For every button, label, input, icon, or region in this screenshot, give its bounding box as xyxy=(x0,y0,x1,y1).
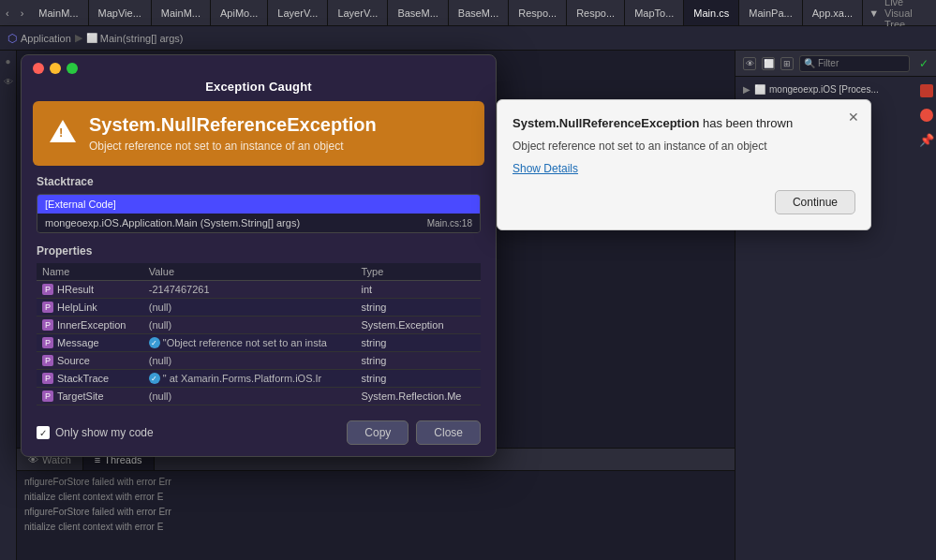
prop-icon-source: P xyxy=(42,355,53,366)
minimize-window-button[interactable] xyxy=(50,63,61,74)
breadcrumb-app[interactable]: Application xyxy=(21,33,71,44)
window-icon: ⬜ xyxy=(754,84,765,95)
tab-overflow[interactable]: ▼ xyxy=(863,7,884,19)
pin-icon[interactable]: 📌 xyxy=(920,133,933,146)
only-show-label-text: Only show my code xyxy=(55,426,154,439)
prop-row-helplink[interactable]: PHelpLink (null) string xyxy=(37,299,481,317)
prop-row-message[interactable]: PMessage ✓"Object reference not set to a… xyxy=(37,334,481,352)
popup-close-button[interactable]: ✕ xyxy=(846,110,861,125)
prop-type-innerexc: System.Exception xyxy=(361,319,443,331)
bottom-panel: 👁 Watch ≡ Threads nfigureForStore failed… xyxy=(17,448,735,560)
close-button[interactable]: Close xyxy=(416,420,481,445)
stacktrace-row-main[interactable]: mongeoexp.iOS.Application.Main (System.S… xyxy=(37,214,480,232)
log-line-2: nitialize client context with error E xyxy=(24,490,727,505)
prop-type-helplink: string xyxy=(361,302,386,313)
tab-apimo[interactable]: ApiMo... xyxy=(211,0,268,25)
prop-type-message: string xyxy=(361,337,386,348)
prop-name-hresult: HResult xyxy=(57,284,94,295)
exception-info: System.NullReferenceException Object ref… xyxy=(89,114,377,153)
exception-dialog: Exception Caught System.NullReferenceExc… xyxy=(21,54,497,457)
prop-icon-stacktrace: P xyxy=(42,373,53,384)
prop-val-stacktrace: " at Xamarin.Forms.Platform.iOS.Ir xyxy=(163,373,322,384)
bottom-log-content: nfigureForStore failed with error Err ni… xyxy=(17,471,735,538)
prop-row-targetsite[interactable]: PTargetSite (null) System.Reflection.Me xyxy=(37,388,481,405)
tab-mapto[interactable]: MapTo... xyxy=(625,0,684,25)
prop-val-helplink: (null) xyxy=(149,302,171,313)
tab-main-cs[interactable]: Main.cs xyxy=(684,0,739,25)
prop-val-source: (null) xyxy=(149,355,171,366)
prop-icon-hresult: P xyxy=(42,284,53,295)
popup-title: System.NullReferenceException has been t… xyxy=(513,115,855,132)
prop-icon-targetsite: P xyxy=(42,391,53,402)
tab-layerv-1[interactable]: LayerV... xyxy=(268,0,328,25)
tab-mainpa[interactable]: MainPa... xyxy=(739,0,802,25)
tab-layerv-2[interactable]: LayerV... xyxy=(328,0,388,25)
tree-item-label: mongeoexp.iOS [Proces... xyxy=(769,84,879,95)
prop-row-hresult[interactable]: PHResult -2147467261 int xyxy=(37,281,481,299)
exception-desc: Object reference not set to an instance … xyxy=(89,140,377,153)
tab-basem-1[interactable]: BaseM... xyxy=(388,0,448,25)
layout-icon[interactable]: ⬜ xyxy=(762,57,775,70)
right-panel-header: 👁 ⬜ ⊞ 🔍 Filter ✓ xyxy=(735,51,936,77)
stacktrace-external-code: [External Code] xyxy=(45,199,472,210)
prop-row-innerexc[interactable]: PInnerException (null) System.Exception xyxy=(37,317,481,334)
right-panel-body: ▶ ⬜ mongeoexp.iOS [Proces... xyxy=(735,77,936,102)
continue-button[interactable]: Continue xyxy=(775,190,855,214)
prop-icon-innerexc: P xyxy=(42,319,53,331)
popup-subtitle: Object reference not set to an instance … xyxy=(513,140,855,153)
prop-type-stacktrace: string xyxy=(361,373,386,384)
exception-header: System.NullReferenceException Object ref… xyxy=(33,101,484,166)
log-line-4: nitialize client context with error E xyxy=(24,520,727,535)
eye-icon[interactable]: 👁 xyxy=(743,57,756,70)
prop-val-innerexc: (null) xyxy=(149,319,171,331)
expand-arrow-icon: ▶ xyxy=(743,84,750,95)
stacktrace-main-text: mongeoexp.iOS.Application.Main (System.S… xyxy=(45,217,427,228)
dialog-title: Exception Caught xyxy=(22,78,496,101)
only-show-my-code-label[interactable]: ✓ Only show my code xyxy=(37,426,339,439)
red-square-icon xyxy=(920,84,933,97)
tab-mapvie[interactable]: MapVie... xyxy=(89,0,152,25)
stacktrace-row-external[interactable]: [External Code] xyxy=(37,195,480,214)
show-details-link[interactable]: Show Details xyxy=(513,162,855,175)
breadcrumb-method: ⬜ Main(string[] args) xyxy=(86,33,184,44)
grid-icon[interactable]: ⊞ xyxy=(780,57,794,70)
properties-section: Properties Name Value Type PHResult -214… xyxy=(22,239,496,413)
maximize-window-button[interactable] xyxy=(67,63,78,74)
tab-mainm-2[interactable]: MainM... xyxy=(152,0,211,25)
log-line-1: nfigureForStore failed with error Err xyxy=(24,475,727,490)
prop-name-innerexc: InnerException xyxy=(57,319,126,331)
filter-placeholder: Filter xyxy=(818,58,839,68)
breadcrumb-icon: ⬡ xyxy=(7,32,17,45)
tab-basem-2[interactable]: BaseM... xyxy=(449,0,509,25)
only-show-checkbox[interactable]: ✓ xyxy=(37,426,50,439)
stacktrace-section: Stacktrace [External Code] mongeoexp.iOS… xyxy=(22,166,496,239)
left-sidebar: ● 👁 xyxy=(0,51,17,560)
tab-nav-forward[interactable]: › xyxy=(15,0,30,25)
sidebar-watch-icon[interactable]: 👁 xyxy=(2,75,15,88)
prop-name-stacktrace: StackTrace xyxy=(57,373,109,384)
exception-type: System.NullReferenceException xyxy=(89,114,377,136)
popup-title-bold: System.NullReferenceException xyxy=(513,116,699,130)
tab-nav-back[interactable]: ‹ xyxy=(0,0,15,25)
right-panel-search[interactable]: 🔍 Filter xyxy=(799,55,910,72)
properties-wrapper: Name Value Type PHResult -2147467261 int… xyxy=(37,263,481,405)
col-name: Name xyxy=(37,263,143,281)
prop-row-stacktrace[interactable]: PStackTrace ✓" at Xamarin.Forms.Platform… xyxy=(37,370,481,388)
popup-footer: Continue xyxy=(513,190,855,214)
copy-button[interactable]: Copy xyxy=(347,420,409,445)
prop-name-targetsite: TargetSite xyxy=(57,391,104,402)
stacktrace-main-loc: Main.cs:18 xyxy=(427,218,472,228)
prop-name-source: Source xyxy=(57,355,90,366)
tab-appxa[interactable]: App.xa... xyxy=(803,0,863,25)
tab-respo-2[interactable]: Respo... xyxy=(567,0,625,25)
sidebar-breakpoint-icon[interactable]: ● xyxy=(2,54,15,67)
prop-check-message: ✓ xyxy=(149,337,160,348)
prop-row-source[interactable]: PSource (null) string xyxy=(37,352,481,370)
tab-bar: ‹ › MainM... MapVie... MainM... ApiMo...… xyxy=(0,0,936,26)
prop-check-stacktrace: ✓ xyxy=(149,373,160,384)
tab-respo-1[interactable]: Respo... xyxy=(509,0,567,25)
close-window-button[interactable] xyxy=(33,63,44,74)
tab-mainm-1[interactable]: MainM... xyxy=(29,0,88,25)
prop-name-helplink: HelpLink xyxy=(57,302,97,313)
right-tree-item[interactable]: ▶ ⬜ mongeoexp.iOS [Proces... xyxy=(735,81,936,98)
